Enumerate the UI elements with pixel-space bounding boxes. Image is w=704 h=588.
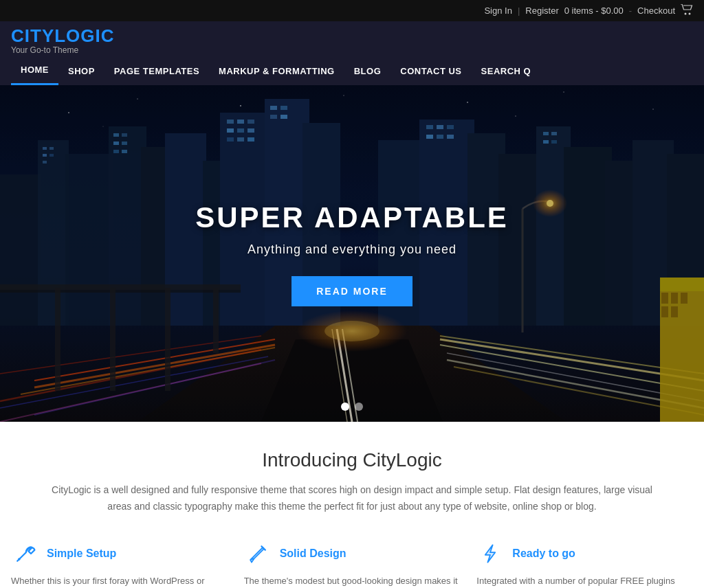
feature-item-1: Solid DesignThe theme's modest but good-… [244,540,461,588]
nav-item-blog[interactable]: BLOG [344,58,391,84]
main-nav: HOMESHOPPAGE TEMPLATESMARKUP & FORMATTIN… [11,56,704,85]
feature-item-2: Ready to goIntegrated with a number of p… [476,540,693,588]
wrench-icon [11,540,38,567]
intro-title: Introducing CityLogic [11,449,693,471]
intro-section: Introducing CityLogic CityLogic is a wel… [11,449,693,515]
feature-item-0: Simple SetupWhether this is your first f… [11,540,228,588]
slider-dots [341,403,363,411]
features-section: Simple SetupWhether this is your first f… [11,540,693,588]
hero-title: SUPER ADAPTABLE [195,201,509,234]
bolt-icon [476,540,504,567]
slider-dot-1[interactable] [341,403,349,411]
checkout-link[interactable]: Checkout [637,5,675,16]
feature-title-0: Simple Setup [47,547,116,560]
hero-section: SUPER ADAPTABLE Anything and everything … [0,85,704,422]
cart-icon [681,4,693,17]
main-content: Introducing CityLogic CityLogic is a wel… [0,422,704,588]
hero-subtitle: Anything and everything you need [195,242,509,257]
feature-header-0: Simple Setup [11,540,228,567]
feature-text-2: Integrated with a number of popular FREE… [476,574,693,588]
slider-dot-2[interactable] [355,403,363,411]
nav-item-home[interactable]: HOME [11,56,58,85]
feature-header-1: Solid Design [244,540,461,567]
nav-item-markup-&-formatting[interactable]: MARKUP & FORMATTING [209,58,344,84]
feature-header-2: Ready to go [476,540,693,567]
feature-text-0: Whether this is your first foray with Wo… [11,574,228,588]
pen-icon [244,540,272,567]
logo-title[interactable]: CITYLOGIC [11,25,704,47]
signin-link[interactable]: Sign In [484,5,512,16]
feature-text-1: The theme's modest but good-looking desi… [244,574,461,588]
hero-read-more-button[interactable]: READ MORE [292,276,412,306]
feature-title-2: Ready to go [512,547,575,560]
divider: | [518,5,520,16]
svg-point-1 [689,13,691,15]
intro-text: CityLogic is a well designed and fully r… [43,482,661,515]
nav-item-contact-us[interactable]: CONTACT US [390,58,471,84]
feature-title-1: Solid Design [280,547,346,560]
svg-point-0 [685,13,687,15]
nav-item-search-q[interactable]: SEARCH Q [472,58,541,84]
hero-content: SUPER ADAPTABLE Anything and everything … [195,201,509,306]
site-header: CITYLOGIC Your Go-to Theme HOMESHOPPAGE … [0,21,704,85]
nav-item-page-templates[interactable]: PAGE TEMPLATES [104,58,209,84]
logo-area: CITYLOGIC Your Go-to Theme [11,25,704,55]
logo-tagline: Your Go-to Theme [11,45,704,55]
register-link[interactable]: Register [525,5,558,16]
svg-point-104 [18,558,21,561]
header-top: CITYLOGIC Your Go-to Theme [11,21,704,56]
cart-info: 0 items - $0.00 [564,5,624,16]
top-bar: Sign In | Register 0 items - $0.00 - Che… [0,0,704,21]
nav-item-shop[interactable]: SHOP [58,58,104,84]
